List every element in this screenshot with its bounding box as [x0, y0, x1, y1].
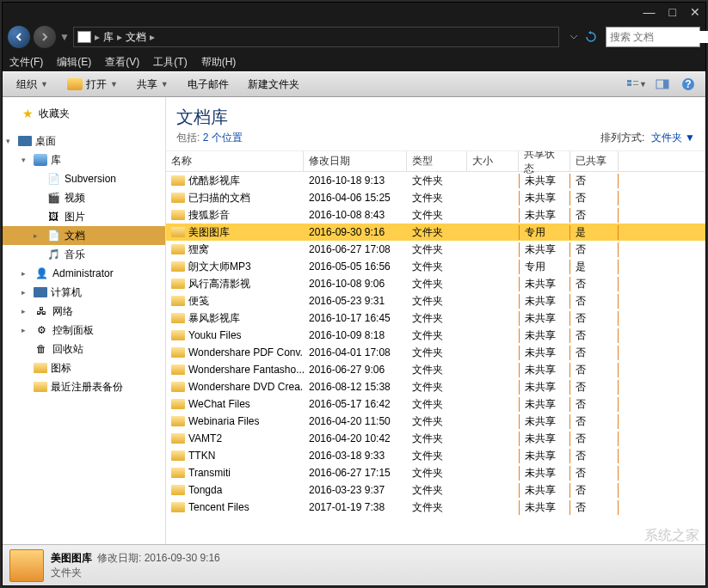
- sidebar-libraries[interactable]: ▾库: [3, 150, 165, 169]
- new-folder-button[interactable]: 新建文件夹: [241, 75, 306, 95]
- sidebar-icons[interactable]: 图标: [3, 358, 165, 377]
- table-row[interactable]: Wondershare PDF Conv... 2016-04-01 17:08…: [166, 344, 705, 361]
- network-icon: 🖧: [34, 304, 49, 318]
- library-icon: [34, 154, 47, 166]
- organize-button[interactable]: 组织▼: [9, 75, 55, 95]
- star-icon: ★: [20, 107, 35, 120]
- sidebar-recent[interactable]: 最近注册表备份: [3, 377, 165, 396]
- sidebar-subversion[interactable]: 📄Subversion: [3, 169, 165, 188]
- file-list[interactable]: 名称 修改日期 类型 大小 共享状态 已共享 优酷影视库 2016-10-18 …: [166, 151, 705, 544]
- table-row[interactable]: TTKN 2016-03-18 9:33 文件夹 未共享 否: [166, 447, 705, 464]
- folder-icon: [171, 227, 185, 237]
- breadcrumb-documents[interactable]: 文档: [126, 30, 146, 45]
- sort-dropdown[interactable]: 文件夹 ▼: [651, 132, 695, 144]
- close-button[interactable]: ✕: [690, 6, 700, 18]
- table-row[interactable]: Wondershare Fantasho... 2016-06-27 9:06 …: [166, 361, 705, 378]
- chevron-down-icon: ▼: [110, 80, 118, 89]
- sidebar-recyclebin[interactable]: 🗑回收站: [3, 340, 165, 358]
- table-row[interactable]: 搜狐影音 2016-10-08 8:43 文件夹 未共享 否: [166, 206, 705, 224]
- minimize-button[interactable]: —: [643, 6, 656, 18]
- sidebar-controlpanel[interactable]: ▸⚙控制面板: [3, 321, 165, 340]
- expand-icon[interactable]: ▸: [34, 231, 42, 240]
- file-date: 2016-10-08 9:06: [304, 278, 407, 290]
- svg-rect-3: [633, 84, 638, 85]
- table-row[interactable]: Tencent Files 2017-01-19 7:38 文件夹 未共享 否: [166, 499, 705, 516]
- menubar: 文件(F) 编辑(E) 查看(V) 工具(T) 帮助(H): [3, 52, 705, 71]
- expand-icon[interactable]: ▸: [22, 326, 30, 334]
- file-name: Transmiti: [188, 467, 231, 479]
- sidebar-favorites[interactable]: ★收藏夹: [3, 104, 165, 123]
- sidebar-music[interactable]: 🎵音乐: [3, 245, 165, 264]
- sidebar-administrator[interactable]: ▸👤Administrator: [3, 264, 165, 283]
- maximize-button[interactable]: □: [669, 6, 676, 18]
- menu-file[interactable]: 文件(F): [9, 55, 43, 70]
- table-row[interactable]: 朗文大师MP3 2016-05-05 16:56 文件夹 专用 是: [166, 258, 705, 275]
- history-dropdown[interactable]: ▼: [59, 31, 70, 43]
- table-row[interactable]: Wondershare DVD Crea... 2016-08-12 15:38…: [166, 378, 705, 395]
- sidebar-desktop[interactable]: ▾桌面: [3, 132, 165, 150]
- column-size[interactable]: 大小: [467, 151, 519, 171]
- search-box[interactable]: 🔍: [606, 27, 700, 47]
- menu-edit[interactable]: 编辑(E): [57, 55, 91, 70]
- search-input[interactable]: [606, 31, 708, 43]
- recyclebin-icon: 🗑: [34, 342, 49, 356]
- address-bar[interactable]: ▸ 库 ▸ 文档 ▸: [73, 27, 559, 47]
- file-type: 文件夹: [407, 500, 467, 515]
- table-row[interactable]: 美图图库 2016-09-30 9:16 文件夹 专用 是: [166, 224, 705, 241]
- expand-icon[interactable]: ▸: [22, 288, 30, 297]
- refresh-icon[interactable]: [585, 31, 597, 43]
- folder-icon: [171, 244, 185, 254]
- table-row[interactable]: 便笺 2016-05-23 9:31 文件夹 未共享 否: [166, 292, 705, 309]
- sidebar-computer[interactable]: ▸计算机: [3, 283, 165, 302]
- expand-icon[interactable]: ▸: [22, 307, 30, 315]
- table-row[interactable]: Webinaria Files 2016-04-20 11:50 文件夹 未共享…: [166, 413, 705, 430]
- table-row[interactable]: 风行高清影视 2016-10-08 9:06 文件夹 未共享 否: [166, 275, 705, 292]
- table-row[interactable]: Youku Files 2016-10-09 8:18 文件夹 未共享 否: [166, 327, 705, 344]
- column-type[interactable]: 类型: [407, 151, 467, 171]
- sidebar-network[interactable]: ▸🖧网络: [3, 302, 165, 321]
- forward-button[interactable]: [34, 26, 56, 48]
- table-row[interactable]: Tongda 2016-03-23 9:37 文件夹 未共享 否: [166, 481, 705, 499]
- preview-pane-button[interactable]: [652, 75, 673, 94]
- column-date[interactable]: 修改日期: [304, 151, 407, 171]
- table-row[interactable]: WeChat Files 2016-05-17 16:42 文件夹 未共享 否: [166, 395, 705, 413]
- file-name: Youku Files: [188, 329, 242, 341]
- help-button[interactable]: ?: [678, 75, 699, 94]
- file-shared: 否: [570, 277, 619, 291]
- locations-link[interactable]: 2 个位置: [203, 132, 243, 144]
- menu-view[interactable]: 查看(V): [105, 55, 139, 70]
- file-name: VAMT2: [188, 432, 222, 444]
- sidebar-pictures[interactable]: 🖼图片: [3, 207, 165, 226]
- column-shared[interactable]: 已共享: [570, 151, 619, 171]
- view-options-button[interactable]: ▼: [626, 75, 647, 94]
- expand-icon[interactable]: ▸: [22, 269, 30, 278]
- breadcrumb-libraries[interactable]: 库: [103, 30, 114, 45]
- expand-icon[interactable]: ▾: [22, 156, 30, 164]
- column-name[interactable]: 名称: [166, 151, 304, 171]
- file-date: 2016-09-30 9:16: [304, 226, 407, 238]
- file-sharestatus: 未共享: [519, 380, 570, 395]
- file-name: Wondershare DVD Crea...: [188, 381, 304, 393]
- email-button[interactable]: 电子邮件: [181, 75, 236, 95]
- column-sharestatus[interactable]: 共享状态: [519, 151, 570, 171]
- table-row[interactable]: 优酷影视库 2016-10-18 9:13 文件夹 未共享 否: [166, 172, 705, 189]
- folder-icon: [171, 261, 185, 272]
- menu-tools[interactable]: 工具(T): [153, 55, 187, 70]
- sidebar-videos[interactable]: 🎬视频: [3, 188, 165, 207]
- sidebar-documents[interactable]: ▸📄文档: [3, 226, 165, 245]
- expand-icon[interactable]: ▾: [6, 137, 15, 145]
- table-row[interactable]: 狸窝 2016-06-27 17:08 文件夹 未共享 否: [166, 241, 705, 258]
- open-button[interactable]: 打开▼: [60, 75, 125, 95]
- back-button[interactable]: [8, 26, 30, 48]
- explorer-window: — □ ✕ ▼ ▸ 库 ▸ 文档 ▸ 🔍 文件(F) 编辑(E): [2, 2, 706, 586]
- svg-rect-5: [663, 80, 668, 89]
- main-pane: 文档库 包括: 2 个位置 排列方式: 文件夹 ▼ 名称 修改日期 类型 大小 …: [166, 97, 705, 544]
- table-row[interactable]: 暴风影视库 2016-10-17 16:45 文件夹 未共享 否: [166, 309, 705, 327]
- share-button[interactable]: 共享▼: [130, 75, 175, 95]
- file-name: 便笺: [188, 294, 209, 309]
- table-row[interactable]: VAMT2 2016-04-20 10:42 文件夹 未共享 否: [166, 430, 705, 447]
- menu-help[interactable]: 帮助(H): [201, 55, 237, 70]
- table-row[interactable]: Transmiti 2016-06-27 17:15 文件夹 未共享 否: [166, 464, 705, 481]
- table-row[interactable]: 已扫描的文档 2016-04-06 15:25 文件夹 未共享 否: [166, 189, 705, 206]
- chevron-down-icon[interactable]: [568, 31, 580, 43]
